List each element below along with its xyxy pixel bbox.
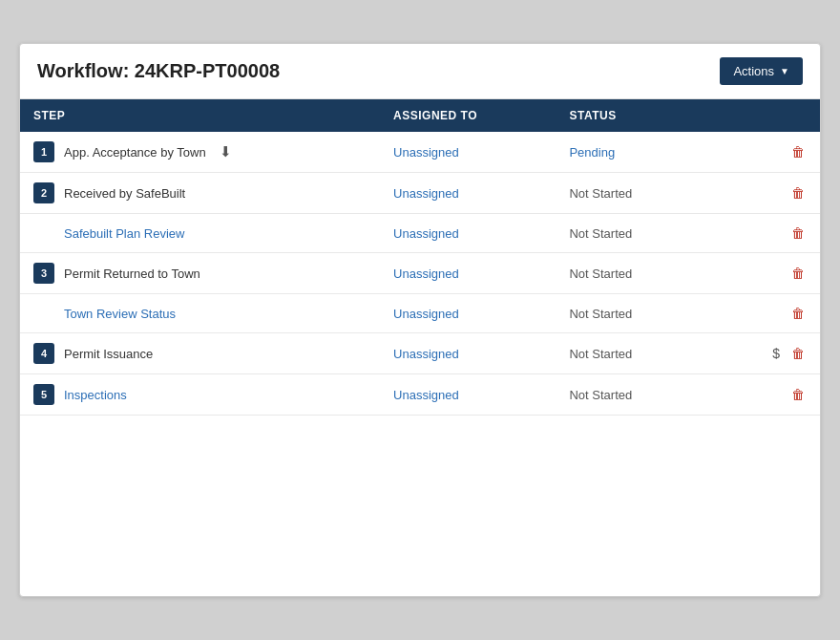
actions-cell: 🗑 (716, 214, 820, 253)
status-text: Not Started (569, 388, 632, 402)
status-cell: Not Started (556, 374, 716, 416)
assigned-link[interactable]: Unassigned (393, 388, 459, 402)
assigned-link[interactable]: Unassigned (393, 226, 459, 241)
column-header-status: STATUS (556, 99, 716, 132)
download-icon[interactable]: ⬇ (220, 143, 232, 160)
table-row: 4Permit IssuanceUnassignedNot Started$🗑 (20, 333, 820, 374)
actions-cell: 🗑 (716, 374, 820, 416)
step-name-link[interactable]: Town Review Status (64, 307, 176, 321)
step-cell: Town Review Status (20, 294, 380, 333)
status-cell: Pending (556, 132, 716, 173)
dollar-button[interactable]: $ (770, 344, 782, 363)
status-link[interactable]: Pending (569, 145, 615, 160)
assigned-link[interactable]: Unassigned (393, 145, 459, 160)
step-cell: 3Permit Returned to Town (20, 253, 380, 294)
status-text: Not Started (569, 307, 632, 321)
step-badge: 3 (33, 263, 54, 284)
status-text: Not Started (569, 347, 632, 361)
actions-cell: 🗑 (716, 132, 820, 173)
delete-button[interactable]: 🗑 (789, 224, 807, 243)
status-text: Not Started (569, 267, 632, 281)
table-row: Town Review StatusUnassignedNot Started🗑 (20, 294, 820, 333)
assigned-cell: Unassigned (380, 173, 556, 214)
step-badge: 5 (33, 384, 54, 405)
column-header-actions (716, 99, 820, 132)
status-text: Not Started (569, 186, 632, 201)
status-cell: Not Started (556, 173, 716, 214)
delete-button[interactable]: 🗑 (789, 385, 807, 404)
status-cell: Not Started (556, 214, 716, 253)
step-name-text: Permit Issuance (64, 347, 153, 361)
delete-button[interactable]: 🗑 (789, 142, 807, 161)
step-name-text: Received by SafeBuilt (64, 186, 185, 201)
assigned-cell: Unassigned (380, 253, 556, 294)
assigned-cell: Unassigned (380, 132, 556, 173)
step-cell: Safebuilt Plan Review (20, 214, 380, 253)
assigned-link[interactable]: Unassigned (393, 186, 459, 201)
assigned-link[interactable]: Unassigned (393, 347, 459, 361)
step-cell: 1App. Acceptance by Town⬇ (20, 132, 380, 173)
column-header-assigned: ASSIGNED TO (380, 99, 556, 132)
page-header: Workflow: 24KRP-PT00008 Actions ▼ (20, 44, 820, 99)
status-cell: Not Started (556, 294, 716, 333)
step-cell: 5Inspections (20, 374, 380, 416)
table-row: 5InspectionsUnassignedNot Started🗑 (20, 374, 820, 416)
table-header-row: STEP ASSIGNED TO STATUS (20, 99, 820, 132)
assigned-cell: Unassigned (380, 294, 556, 333)
actions-cell: 🗑 (716, 173, 820, 214)
step-name-text: Permit Returned to Town (64, 267, 200, 281)
main-container: Workflow: 24KRP-PT00008 Actions ▼ STEP A… (19, 43, 821, 597)
column-header-step: STEP (20, 99, 380, 132)
step-badge: 1 (33, 141, 54, 162)
step-name-link[interactable]: Inspections (64, 388, 127, 402)
delete-button[interactable]: 🗑 (789, 304, 807, 323)
assigned-cell: Unassigned (380, 214, 556, 253)
table-row: Safebuilt Plan ReviewUnassignedNot Start… (20, 214, 820, 253)
delete-button[interactable]: 🗑 (789, 344, 807, 363)
chevron-down-icon: ▼ (780, 66, 789, 76)
assigned-link[interactable]: Unassigned (393, 307, 459, 321)
assigned-cell: Unassigned (380, 333, 556, 374)
page-title: Workflow: 24KRP-PT00008 (37, 60, 280, 82)
delete-button[interactable]: 🗑 (789, 183, 807, 203)
table-row: 1App. Acceptance by Town⬇UnassignedPendi… (20, 132, 820, 173)
step-badge: 4 (33, 343, 54, 364)
actions-cell: $🗑 (716, 333, 820, 374)
status-text: Not Started (569, 226, 632, 241)
workflow-table: STEP ASSIGNED TO STATUS 1App. Acceptance… (20, 99, 820, 416)
assigned-link[interactable]: Unassigned (393, 267, 459, 281)
step-badge: 2 (33, 182, 54, 203)
step-cell: 2Received by SafeBuilt (20, 173, 380, 214)
table-row: 2Received by SafeBuiltUnassignedNot Star… (20, 173, 820, 214)
step-name-text: App. Acceptance by Town (64, 145, 206, 160)
table-row: 3Permit Returned to TownUnassignedNot St… (20, 253, 820, 294)
step-cell: 4Permit Issuance (20, 333, 380, 374)
delete-button[interactable]: 🗑 (789, 264, 807, 283)
step-name-link[interactable]: Safebuilt Plan Review (64, 226, 184, 241)
actions-button[interactable]: Actions ▼ (720, 57, 803, 85)
status-cell: Not Started (556, 333, 716, 374)
assigned-cell: Unassigned (380, 374, 556, 416)
actions-cell: 🗑 (716, 294, 820, 333)
status-cell: Not Started (556, 253, 716, 294)
actions-cell: 🗑 (716, 253, 820, 294)
